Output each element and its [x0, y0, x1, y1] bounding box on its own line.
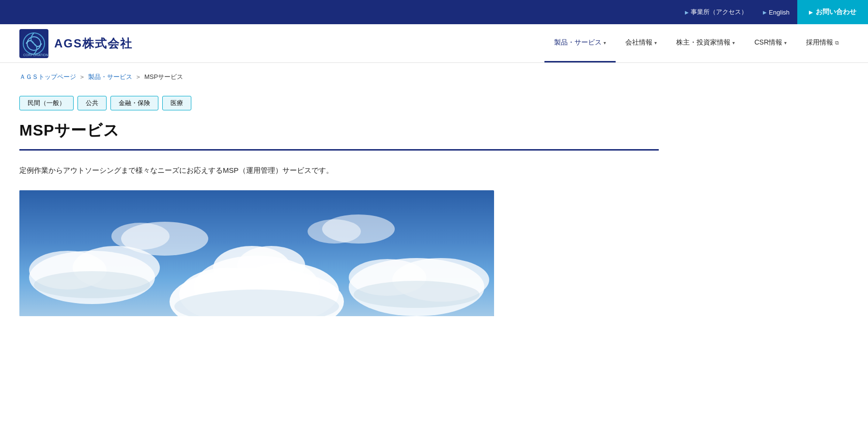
nav-csr-label: CSR情報	[754, 38, 782, 47]
csr-chevron-icon: ▾	[784, 40, 787, 46]
page-title: MSPサービス	[19, 120, 659, 141]
breadcrumb-home[interactable]: ＡＧＳトップページ	[19, 73, 76, 81]
office-arrow-icon: ▶	[685, 10, 689, 15]
page-description: 定例作業からアウトソーシングまで様々なニーズにお応えするMSP（運用管理）サービ…	[19, 164, 659, 177]
svg-point-22	[34, 271, 150, 298]
nav-item-investor[interactable]: 株主・投資家情報 ▾	[666, 24, 744, 62]
svg-point-23	[354, 281, 480, 308]
nav-company-label: 会社情報	[625, 38, 652, 47]
breadcrumb-current: MSPサービス	[144, 73, 183, 81]
svg-text:CORPORATION: CORPORATION	[23, 53, 48, 57]
hero-image	[19, 190, 494, 316]
breadcrumb: ＡＧＳトップページ ＞ 製品・サービス ＞ MSPサービス	[0, 63, 868, 86]
breadcrumb-products[interactable]: 製品・サービス	[88, 73, 132, 81]
page-content: 民間（一般） 公共 金融・保険 医療 MSPサービス 定例作業からアウトソーシン…	[0, 86, 678, 336]
nav-recruit-label: 採用情報	[806, 38, 833, 47]
nav-investor-label: 株主・投資家情報	[676, 38, 730, 47]
tag-public[interactable]: 公共	[78, 96, 107, 110]
tag-medical[interactable]: 医療	[162, 96, 191, 110]
english-link-label: English	[769, 9, 790, 16]
recruit-external-icon: ⧉	[835, 40, 839, 46]
nav-item-recruit[interactable]: 採用情報 ⧉	[796, 24, 849, 62]
nav-item-csr[interactable]: CSR情報 ▾	[744, 24, 796, 62]
svg-point-10	[237, 246, 305, 285]
breadcrumb-sep-2: ＞	[135, 73, 141, 81]
english-arrow-icon: ▶	[763, 10, 767, 15]
english-link[interactable]: ▶ English	[755, 9, 797, 16]
svg-point-20	[308, 219, 361, 244]
main-nav: 製品・サービス ▾ 会社情報 ▾ 株主・投資家情報 ▾ CSR情報 ▾ 採用情報…	[544, 24, 849, 62]
investor-chevron-icon: ▾	[732, 40, 735, 46]
nav-item-company[interactable]: 会社情報 ▾	[616, 24, 666, 62]
top-bar: ▶ 事業所（アクセス） ▶ English ▶ お問い合わせ	[0, 0, 868, 24]
company-name: AGS株式会社	[54, 36, 133, 51]
top-bar-links: ▶ 事業所（アクセス） ▶ English ▶ お問い合わせ	[677, 0, 868, 24]
logo-icon: CORPORATION	[19, 29, 48, 58]
contact-label: お問い合わせ	[816, 8, 856, 16]
products-chevron-icon: ▾	[604, 40, 606, 46]
logo-link[interactable]: CORPORATION AGS株式会社	[19, 29, 133, 58]
breadcrumb-sep-1: ＞	[79, 73, 85, 81]
svg-point-18	[111, 223, 170, 250]
tag-general[interactable]: 民間（一般）	[19, 96, 74, 110]
company-chevron-icon: ▾	[654, 40, 657, 46]
tag-finance[interactable]: 金融・保険	[110, 96, 158, 110]
nav-products-label: 製品・サービス	[554, 38, 602, 47]
contact-arrow-icon: ▶	[809, 10, 813, 15]
title-divider	[19, 149, 659, 151]
office-link[interactable]: ▶ 事業所（アクセス）	[677, 8, 755, 16]
contact-button[interactable]: ▶ お問い合わせ	[797, 0, 868, 24]
office-link-label: 事業所（アクセス）	[691, 8, 747, 16]
site-header: CORPORATION AGS株式会社 製品・サービス ▾ 会社情報 ▾ 株主・…	[0, 24, 868, 63]
category-tags: 民間（一般） 公共 金融・保険 医療	[19, 96, 659, 110]
nav-item-products[interactable]: 製品・サービス ▾	[544, 24, 616, 62]
